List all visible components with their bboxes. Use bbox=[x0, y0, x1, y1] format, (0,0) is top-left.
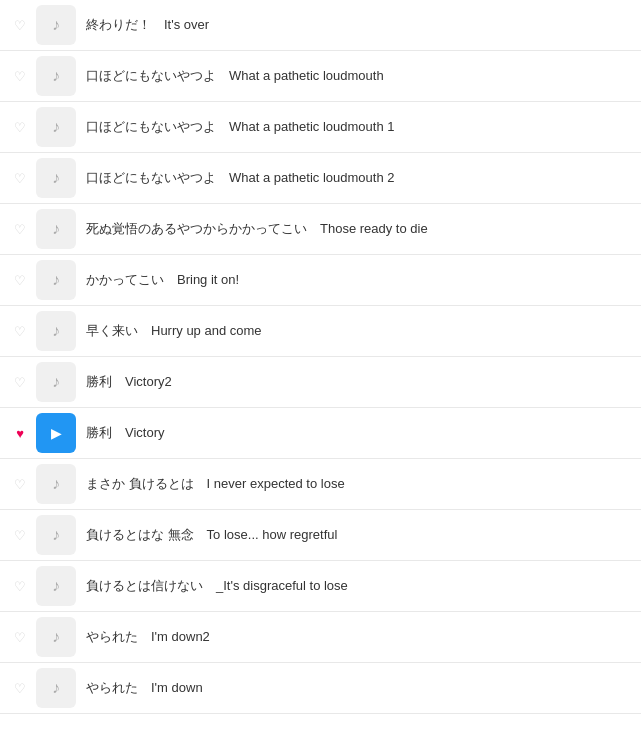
track-title: やられた I'm down2 bbox=[86, 628, 633, 646]
music-icon-button[interactable]: ♪ bbox=[36, 260, 76, 300]
track-title: 負けるとはな 無念 To lose... how regretful bbox=[86, 526, 633, 544]
track-title: 勝利 Victory2 bbox=[86, 373, 633, 391]
music-icon-button[interactable]: ♪ bbox=[36, 362, 76, 402]
music-note-icon: ♪ bbox=[52, 169, 60, 187]
track-row: ♡♪口ほどにもないやつよ What a pathetic loudmouth 2 bbox=[0, 153, 641, 204]
track-row: ♡♪かかってこい Bring it on! bbox=[0, 255, 641, 306]
play-icon: ▶ bbox=[51, 425, 62, 441]
track-title: 口ほどにもないやつよ What a pathetic loudmouth bbox=[86, 67, 633, 85]
heart-button[interactable]: ♡ bbox=[8, 217, 32, 241]
track-row: ♡♪早く来い Hurry up and come bbox=[0, 306, 641, 357]
track-title: まさか 負けるとは I never expected to lose bbox=[86, 475, 633, 493]
track-row: ♡♪まさか 負けるとは I never expected to lose bbox=[0, 459, 641, 510]
heart-button[interactable]: ♡ bbox=[8, 166, 32, 190]
track-title: 口ほどにもないやつよ What a pathetic loudmouth 1 bbox=[86, 118, 633, 136]
track-title: 終わりだ！ It's over bbox=[86, 16, 633, 34]
music-note-icon: ♪ bbox=[52, 67, 60, 85]
track-list: ♡♪終わりだ！ It's over♡♪口ほどにもないやつよ What a pat… bbox=[0, 0, 641, 714]
track-title: かかってこい Bring it on! bbox=[86, 271, 633, 289]
music-note-icon: ♪ bbox=[52, 526, 60, 544]
music-note-icon: ♪ bbox=[52, 475, 60, 493]
heart-button[interactable]: ♡ bbox=[8, 472, 32, 496]
music-note-icon: ♪ bbox=[52, 373, 60, 391]
music-note-icon: ♪ bbox=[52, 118, 60, 136]
music-note-icon: ♪ bbox=[52, 628, 60, 646]
heart-button[interactable]: ♡ bbox=[8, 13, 32, 37]
track-row: ♡♪口ほどにもないやつよ What a pathetic loudmouth 1 bbox=[0, 102, 641, 153]
heart-button[interactable]: ♡ bbox=[8, 676, 32, 700]
heart-button[interactable]: ♡ bbox=[8, 268, 32, 292]
music-icon-button[interactable]: ♪ bbox=[36, 209, 76, 249]
heart-button[interactable]: ♥ bbox=[8, 421, 32, 445]
track-row: ♡♪やられた I'm down2 bbox=[0, 612, 641, 663]
track-row: ♡♪死ぬ覚悟のあるやつからかかってこい Those ready to die bbox=[0, 204, 641, 255]
music-icon-button[interactable]: ♪ bbox=[36, 617, 76, 657]
music-icon-button[interactable]: ♪ bbox=[36, 311, 76, 351]
music-icon-button[interactable]: ♪ bbox=[36, 5, 76, 45]
track-row: ♥▶勝利 Victory bbox=[0, 408, 641, 459]
play-button[interactable]: ▶ bbox=[36, 413, 76, 453]
heart-button[interactable]: ♡ bbox=[8, 319, 32, 343]
heart-button[interactable]: ♡ bbox=[8, 64, 32, 88]
track-title: やられた I'm down bbox=[86, 679, 633, 697]
track-title: 早く来い Hurry up and come bbox=[86, 322, 633, 340]
track-title: 死ぬ覚悟のあるやつからかかってこい Those ready to die bbox=[86, 220, 633, 238]
track-title: 口ほどにもないやつよ What a pathetic loudmouth 2 bbox=[86, 169, 633, 187]
music-icon-button[interactable]: ♪ bbox=[36, 56, 76, 96]
heart-button[interactable]: ♡ bbox=[8, 625, 32, 649]
music-note-icon: ♪ bbox=[52, 679, 60, 697]
music-icon-button[interactable]: ♪ bbox=[36, 515, 76, 555]
music-icon-button[interactable]: ♪ bbox=[36, 668, 76, 708]
music-note-icon: ♪ bbox=[52, 322, 60, 340]
music-note-icon: ♪ bbox=[52, 220, 60, 238]
music-icon-button[interactable]: ♪ bbox=[36, 464, 76, 504]
track-title: 勝利 Victory bbox=[86, 424, 633, 442]
music-icon-button[interactable]: ♪ bbox=[36, 107, 76, 147]
track-row: ♡♪勝利 Victory2 bbox=[0, 357, 641, 408]
music-note-icon: ♪ bbox=[52, 577, 60, 595]
music-icon-button[interactable]: ♪ bbox=[36, 566, 76, 606]
music-note-icon: ♪ bbox=[52, 271, 60, 289]
track-row: ♡♪口ほどにもないやつよ What a pathetic loudmouth bbox=[0, 51, 641, 102]
heart-button[interactable]: ♡ bbox=[8, 574, 32, 598]
track-row: ♡♪負けるとはな 無念 To lose... how regretful bbox=[0, 510, 641, 561]
track-row: ♡♪やられた I'm down bbox=[0, 663, 641, 714]
heart-button[interactable]: ♡ bbox=[8, 370, 32, 394]
heart-button[interactable]: ♡ bbox=[8, 523, 32, 547]
track-row: ♡♪負けるとは信けない _It's disgraceful to lose bbox=[0, 561, 641, 612]
track-title: 負けるとは信けない _It's disgraceful to lose bbox=[86, 577, 633, 595]
music-icon-button[interactable]: ♪ bbox=[36, 158, 76, 198]
heart-button[interactable]: ♡ bbox=[8, 115, 32, 139]
music-note-icon: ♪ bbox=[52, 16, 60, 34]
track-row: ♡♪終わりだ！ It's over bbox=[0, 0, 641, 51]
